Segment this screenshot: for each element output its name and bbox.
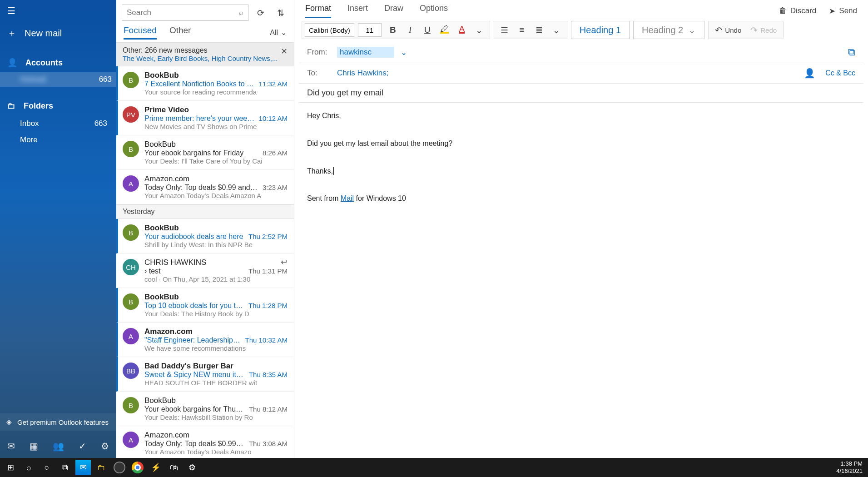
search-box[interactable]: ⌕ <box>122 5 248 21</box>
message-subject: 7 Excellent Nonfiction Books to Snag <box>144 80 255 88</box>
new-mail-button[interactable]: ＋ New mail <box>0 22 116 45</box>
tab-focused[interactable]: Focused <box>124 25 157 40</box>
system-tray-clock[interactable]: 1:38 PM 4/16/2021 <box>836 460 865 474</box>
filter-all[interactable]: All⌄ <box>270 28 287 37</box>
mail-link[interactable]: Mail <box>341 194 354 202</box>
message-row[interactable]: AAmazon.com"Staff Engineer: Leadership..… <box>116 323 294 357</box>
contacts-icon[interactable]: 👤 <box>804 68 815 79</box>
message-row[interactable]: BBookBubTop 10 ebook deals for you this … <box>116 288 294 323</box>
chrome-icon[interactable] <box>130 460 145 475</box>
more-font-icon[interactable]: ⌄ <box>471 22 487 38</box>
account-count: 663 <box>99 75 112 84</box>
inbox-count: 663 <box>94 119 107 128</box>
message-time: Thu 2:52 PM <box>248 233 288 241</box>
tab-options[interactable]: Options <box>420 4 448 18</box>
search-icon[interactable]: ⌕ <box>239 9 243 17</box>
message-row[interactable]: BBookBubYour ebook bargains for Thursday… <box>116 392 294 426</box>
accounts-header[interactable]: 👤 Accounts <box>0 53 116 72</box>
ccbcc-button[interactable]: Cc & Bcc <box>825 69 855 77</box>
settings-taskbar-icon[interactable]: ⚙ <box>184 460 200 475</box>
folders-header[interactable]: 🗀 Folders <box>0 97 116 115</box>
message-preview: Your Deals: Hawksbill Station by Ro <box>144 413 288 421</box>
from-value[interactable]: hawkinsc <box>337 47 394 58</box>
highlight-button[interactable]: 🖊 <box>437 22 452 38</box>
style-heading2[interactable]: Heading 2 ⌄ <box>633 21 704 39</box>
body-line: Thanks, <box>307 164 855 178</box>
tab-format[interactable]: Format <box>305 4 331 18</box>
folder-inbox[interactable]: Inbox 663 <box>0 115 116 132</box>
discard-button[interactable]: 🗑Discard <box>779 6 817 16</box>
bold-button[interactable]: B <box>385 22 401 38</box>
search-taskbar-icon[interactable]: ⌕ <box>21 460 36 475</box>
clock-date: 4/16/2021 <box>836 467 863 475</box>
chevron-down-icon[interactable]: ⌄ <box>401 48 407 57</box>
avatar: B <box>123 293 139 310</box>
people-icon[interactable]: 👥 <box>53 441 64 452</box>
message-subject: Today Only: Top deals $0.99 and up on <box>144 184 259 192</box>
underline-button[interactable]: U <box>420 22 435 38</box>
message-time: 10:12 AM <box>259 114 288 123</box>
avatar: A <box>123 328 139 344</box>
premium-banner[interactable]: ◈ Get premium Outlook features <box>0 413 116 431</box>
message-row[interactable]: AAmazon.comToday Only: Top deals $0.99 a… <box>116 170 294 204</box>
signature: Sent from Mail for Windows 10 <box>307 192 855 205</box>
to-value[interactable]: Chris Hawkins; <box>337 69 388 78</box>
message-sender: Amazon.com <box>144 431 288 440</box>
ribbon-tabs: Format Insert Draw Options <box>305 4 448 18</box>
message-row[interactable]: PVPrime VideoPrime member: here's your w… <box>116 101 294 135</box>
message-time: Thu 8:35 AM <box>249 371 288 379</box>
close-icon[interactable]: ✕ <box>281 46 288 56</box>
font-size-select[interactable]: 11 <box>358 23 382 37</box>
more-para-icon[interactable]: ⌄ <box>549 22 564 38</box>
message-time: Thu 10:32 AM <box>245 336 288 344</box>
bullets-button[interactable]: ☰ <box>497 22 512 38</box>
settings-icon[interactable]: ⚙ <box>101 441 109 452</box>
italic-button[interactable]: I <box>402 22 418 38</box>
message-subject: "Staff Engineer: Leadership..." ar <box>144 336 242 344</box>
calendar-icon[interactable]: ▦ <box>30 441 38 452</box>
popout-icon[interactable]: ⧉ <box>848 46 855 58</box>
font-color-button[interactable]: A <box>454 22 470 38</box>
tab-other[interactable]: Other <box>169 25 191 40</box>
message-row[interactable]: BBookBubYour ebook bargains for Friday8:… <box>116 135 294 170</box>
to-row: To: Chris Hawkins; 👤 Cc & Bcc <box>299 63 863 84</box>
message-row[interactable]: CHCHRIS HAWKINS› testThu 1:31 PMcool · O… <box>116 253 294 288</box>
message-row[interactable]: BBookBub7 Excellent Nonfiction Books to … <box>116 66 294 101</box>
redo-button: ↷ Redo <box>747 22 780 38</box>
sync-icon[interactable]: ⟳ <box>253 5 268 20</box>
align-button[interactable]: ≣ <box>531 22 547 38</box>
mail-app-icon[interactable]: ✉ <box>75 460 91 475</box>
clock-time: 1:38 PM <box>841 460 863 467</box>
store-icon[interactable]: 🛍 <box>166 460 182 475</box>
message-body[interactable]: Hey Chris, Did you get my last email abo… <box>299 103 863 212</box>
undo-button[interactable]: ↶ Undo <box>711 22 745 38</box>
file-explorer-icon[interactable]: 🗀 <box>94 460 109 475</box>
start-button[interactable]: ⊞ <box>3 460 18 475</box>
account-row[interactable]: Hotmail 663 <box>0 72 116 87</box>
cortana-icon[interactable]: ○ <box>39 460 55 475</box>
message-row[interactable]: BBBad Daddy's Burger BarSweet & Spicy NE… <box>116 357 294 392</box>
dell-icon[interactable] <box>112 460 127 475</box>
filter-icon[interactable]: ⇅ <box>273 5 288 20</box>
tab-draw[interactable]: Draw <box>384 4 403 18</box>
folder-more[interactable]: More <box>0 132 116 148</box>
mail-icon[interactable]: ✉ <box>7 441 15 452</box>
message-row[interactable]: AAmazon.comToday Only: Top deals $0.99 a… <box>116 426 294 458</box>
message-time: Thu 1:31 PM <box>248 267 288 275</box>
search-input[interactable] <box>127 8 199 17</box>
message-time: 3:23 AM <box>263 184 288 192</box>
message-row[interactable]: BBookBubYour audiobook deals are hereThu… <box>116 219 294 253</box>
day-header: Yesterday <box>116 204 294 219</box>
task-view-icon[interactable]: ⧉ <box>57 460 73 475</box>
style-heading1[interactable]: Heading 1 <box>571 21 630 39</box>
other-banner[interactable]: Other: 266 new messages The Week, Early … <box>116 42 294 66</box>
send-button[interactable]: ➤Send <box>829 6 857 16</box>
numbering-button[interactable]: ≡ <box>514 22 530 38</box>
font-family-select[interactable]: Calibri (Body) <box>305 23 354 37</box>
avatar: A <box>123 175 139 192</box>
app-icon[interactable]: ⚡ <box>148 460 164 475</box>
subject-field[interactable]: Did you get my email <box>299 84 863 103</box>
hamburger-icon[interactable]: ☰ <box>0 0 116 22</box>
todo-icon[interactable]: ✓ <box>79 441 86 452</box>
tab-insert[interactable]: Insert <box>347 4 368 18</box>
